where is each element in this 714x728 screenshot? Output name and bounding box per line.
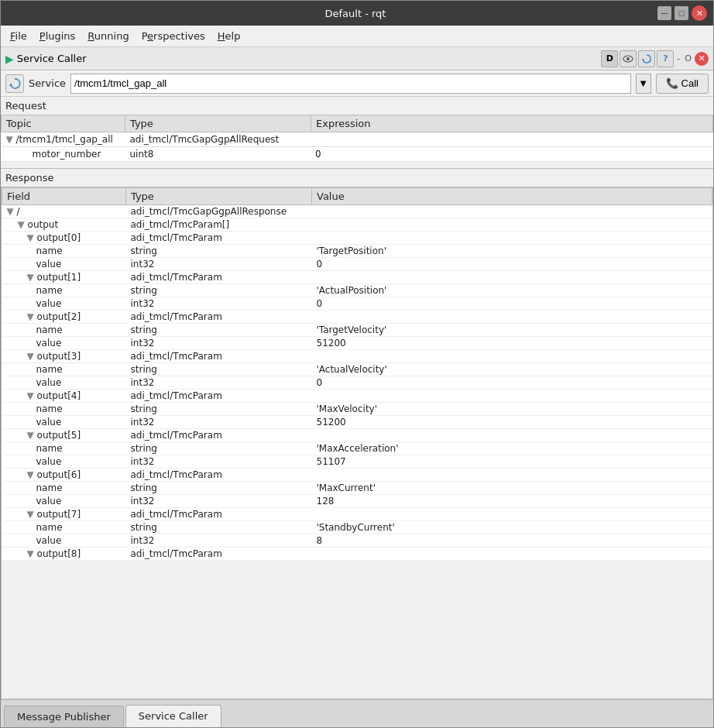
request-label: Request bbox=[1, 97, 713, 115]
tab-message-publisher[interactable]: Message Publisher bbox=[4, 706, 124, 727]
tab-service-caller[interactable]: Service Caller bbox=[125, 705, 221, 727]
eye-icon bbox=[623, 55, 633, 63]
resp-type-8: adi_tmcl/TmcParam bbox=[126, 311, 312, 324]
response-table: Field Type Value ▼ /adi_tmcl/TmcGapGgpAl… bbox=[2, 187, 712, 561]
window-controls: ─ □ ✕ bbox=[657, 5, 707, 21]
menu-file[interactable]: File bbox=[4, 27, 33, 45]
resp-value-11 bbox=[312, 350, 712, 363]
resp-field-6: name bbox=[2, 284, 126, 297]
maximize-button[interactable]: □ bbox=[675, 6, 688, 20]
resp-type-21: string bbox=[126, 482, 312, 495]
resp-field-12: name bbox=[2, 363, 126, 376]
resp-type-3: string bbox=[126, 245, 312, 258]
resp-value-4: 0 bbox=[312, 258, 712, 271]
response-table-wrapper[interactable]: Field Type Value ▼ /adi_tmcl/TmcGapGgpAl… bbox=[1, 187, 713, 699]
resp-value-3: 'TargetPosition' bbox=[312, 245, 712, 258]
resp-field-3: name bbox=[2, 245, 126, 258]
table-row: ▼ output[7]adi_tmcl/TmcParam bbox=[2, 508, 712, 521]
response-label: Response bbox=[1, 169, 713, 187]
service-input[interactable] bbox=[70, 74, 631, 94]
call-button[interactable]: 📞 Call bbox=[656, 74, 709, 94]
plugin-close-button[interactable]: ✕ bbox=[695, 52, 709, 66]
resp-type-6: string bbox=[126, 284, 312, 297]
req-field-0: ▼ /tmcm1/tmcl_gap_all bbox=[2, 132, 125, 147]
d-icon-button[interactable]: D bbox=[601, 50, 618, 67]
menu-plugins[interactable]: Plugins bbox=[33, 27, 82, 45]
resp-type-4: int32 bbox=[126, 258, 312, 271]
help-icon-button[interactable]: ? bbox=[657, 50, 674, 67]
request-spacer bbox=[1, 162, 713, 168]
resp-value-20 bbox=[312, 469, 712, 482]
menu-running[interactable]: Running bbox=[81, 27, 135, 45]
table-row: ▼ outputadi_tmcl/TmcParam[] bbox=[2, 218, 712, 232]
resp-field-16: value bbox=[2, 416, 126, 429]
resp-type-1: adi_tmcl/TmcParam[] bbox=[126, 218, 312, 232]
resp-type-24: string bbox=[126, 521, 312, 534]
resp-value-22: 128 bbox=[312, 495, 712, 508]
table-row: ▼ output[8]adi_tmcl/TmcParam bbox=[2, 548, 712, 561]
tab-bar: Message Publisher Service Caller bbox=[1, 699, 713, 727]
plugin-expand-icon[interactable]: ▶ bbox=[5, 53, 14, 65]
resp-value-14 bbox=[312, 390, 712, 403]
req-expr-1[interactable] bbox=[311, 147, 713, 162]
resp-type-15: string bbox=[126, 403, 312, 416]
close-button[interactable]: ✕ bbox=[692, 5, 707, 21]
resp-value-12: 'ActualVelocity' bbox=[312, 363, 712, 376]
table-row: namestring'StandbyCurrent' bbox=[2, 521, 712, 534]
resp-value-24: 'StandbyCurrent' bbox=[312, 521, 712, 534]
resp-value-25: 8 bbox=[312, 534, 712, 548]
resp-field-23: ▼ output[7] bbox=[2, 508, 126, 521]
req-expr-input-1[interactable] bbox=[316, 149, 347, 160]
table-row: ▼ /adi_tmcl/TmcGapGgpAllResponse bbox=[2, 205, 712, 218]
response-section: Response Field Type Value ▼ /adi_tmcl/Tm… bbox=[1, 169, 713, 699]
table-row: valueint3251200 bbox=[2, 337, 712, 350]
resp-value-26 bbox=[312, 548, 712, 561]
resp-value-9: 'TargetVelocity' bbox=[312, 324, 712, 337]
resp-field-17: ▼ output[5] bbox=[2, 429, 126, 442]
resp-type-22: int32 bbox=[126, 495, 312, 508]
resp-field-21: name bbox=[2, 482, 126, 495]
minimize-button[interactable]: ─ bbox=[657, 6, 671, 20]
menu-perspectives[interactable]: Perspectives bbox=[136, 27, 211, 45]
plugin-title: Service Caller bbox=[17, 53, 87, 64]
menu-help[interactable]: Help bbox=[211, 27, 247, 45]
table-row: namestring'ActualVelocity' bbox=[2, 363, 712, 376]
resp-type-7: int32 bbox=[126, 297, 312, 311]
table-row: namestring'MaxCurrent' bbox=[2, 482, 712, 495]
main-window: Default - rqt ─ □ ✕ File Plugins Running… bbox=[0, 0, 714, 728]
request-col-expression: Expression bbox=[311, 115, 713, 132]
service-dropdown[interactable]: ▼ bbox=[636, 74, 651, 94]
resp-field-24: name bbox=[2, 521, 126, 534]
resp-col-field: Field bbox=[2, 188, 126, 205]
table-row: ▼ output[5]adi_tmcl/TmcParam bbox=[2, 429, 712, 442]
c-icon-button[interactable] bbox=[638, 50, 655, 67]
refresh-icon bbox=[9, 77, 21, 90]
table-row: namestring'MaxAcceleration' bbox=[2, 442, 712, 455]
req-type-0: adi_tmcl/TmcGapGgpAllRequest bbox=[125, 132, 311, 147]
eye-icon-button[interactable] bbox=[620, 50, 637, 67]
resp-field-2: ▼ output[0] bbox=[2, 232, 126, 245]
resp-field-15: name bbox=[2, 403, 126, 416]
table-row: valueint3251200 bbox=[2, 416, 712, 429]
call-phone-icon: 📞 bbox=[666, 77, 678, 89]
table-row: ▼ output[1]adi_tmcl/TmcParam bbox=[2, 271, 712, 284]
resp-type-17: adi_tmcl/TmcParam bbox=[126, 429, 312, 442]
resp-type-14: adi_tmcl/TmcParam bbox=[126, 390, 312, 403]
resp-value-5 bbox=[312, 271, 712, 284]
resp-field-1: ▼ output bbox=[2, 218, 126, 232]
table-row: namestring'ActualPosition' bbox=[2, 284, 712, 297]
resp-field-20: ▼ output[6] bbox=[2, 469, 126, 482]
menu-bar: File Plugins Running Perspectives Help bbox=[1, 26, 713, 47]
resp-value-1 bbox=[312, 218, 712, 232]
resp-field-18: name bbox=[2, 442, 126, 455]
resp-value-16: 51200 bbox=[312, 416, 712, 429]
req-type-1: uint8 bbox=[125, 147, 311, 162]
table-row: valueint3251107 bbox=[2, 455, 712, 469]
refresh-button[interactable] bbox=[5, 74, 24, 93]
plugin-title-area: ▶ Service Caller bbox=[5, 53, 87, 65]
resp-value-7: 0 bbox=[312, 297, 712, 311]
window-title: Default - rqt bbox=[53, 8, 657, 19]
resp-field-0: ▼ / bbox=[2, 205, 126, 218]
resp-value-15: 'MaxVelocity' bbox=[312, 403, 712, 416]
resp-type-0: adi_tmcl/TmcGapGgpAllResponse bbox=[126, 205, 312, 218]
